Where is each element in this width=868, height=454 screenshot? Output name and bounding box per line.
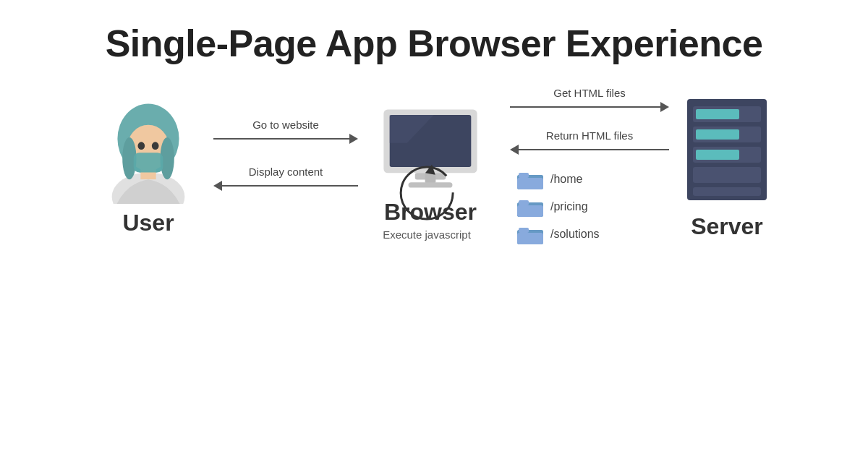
svg-rect-17 (517, 178, 543, 189)
arrow-line (213, 138, 349, 140)
display-content-label: Display content (249, 166, 323, 178)
arrow-line-4 (519, 149, 669, 150)
page-title: Single-Page App Browser Experience (106, 22, 763, 65)
user-browser-arrows: Go to website Display content (213, 119, 358, 191)
svg-rect-25 (517, 233, 543, 244)
return-html-label: Return HTML files (546, 129, 633, 142)
folder-icon (517, 224, 543, 244)
svg-rect-35 (696, 150, 739, 160)
folder-icon (517, 197, 543, 217)
svg-rect-31 (693, 167, 761, 183)
folder-icon (517, 169, 543, 189)
js-section: Execute javascript (383, 160, 471, 241)
user-section: User (83, 95, 213, 236)
display-content-arrow: Display content (213, 166, 358, 191)
refresh-icon (394, 160, 459, 226)
get-html-arrow: Get HTML files (510, 87, 669, 112)
file-label: /solutions (550, 228, 600, 241)
svg-rect-34 (696, 129, 739, 140)
file-label: /pricing (550, 200, 588, 213)
svg-rect-33 (696, 109, 739, 119)
execute-js-label: Execute javascript (383, 228, 471, 241)
server-label: Server (691, 213, 763, 240)
file-item: /home (517, 169, 600, 189)
svg-rect-22 (519, 200, 529, 205)
svg-rect-6 (134, 153, 163, 172)
file-label: /home (550, 173, 582, 186)
return-html-arrow: Return HTML files (510, 129, 669, 155)
arrow-line-3 (510, 106, 660, 108)
middle-right: Get HTML files Return HTML files /home (510, 87, 669, 244)
arrow-head-left (213, 181, 222, 191)
server-section: Server (669, 92, 785, 240)
arrow-line-2 (222, 185, 358, 187)
user-label: User (122, 210, 174, 236)
svg-rect-26 (519, 228, 529, 233)
go-to-website-arrow: Go to website (213, 119, 358, 144)
server-icon (680, 92, 774, 207)
svg-point-8 (152, 142, 159, 150)
svg-rect-18 (519, 173, 529, 178)
get-html-right-arrow (510, 102, 669, 112)
return-html-left-arrow (510, 145, 669, 155)
svg-rect-21 (517, 205, 543, 217)
left-arrow (213, 181, 358, 191)
svg-point-36 (401, 167, 453, 219)
svg-point-7 (137, 142, 145, 150)
files-list: /home /pricing /solutions (510, 169, 600, 244)
server-arrows: Get HTML files Return HTML files (510, 87, 669, 155)
file-item: /pricing (517, 197, 600, 217)
right-arrow (213, 134, 358, 144)
file-item: /solutions (517, 224, 600, 244)
arrow-head-left-2 (510, 145, 519, 155)
get-html-label: Get HTML files (553, 87, 625, 99)
arrow-head (349, 134, 358, 144)
arrow-head-2 (660, 102, 669, 112)
user-icon (101, 95, 195, 204)
svg-rect-32 (693, 187, 761, 196)
go-to-website-label: Go to website (252, 119, 319, 131)
